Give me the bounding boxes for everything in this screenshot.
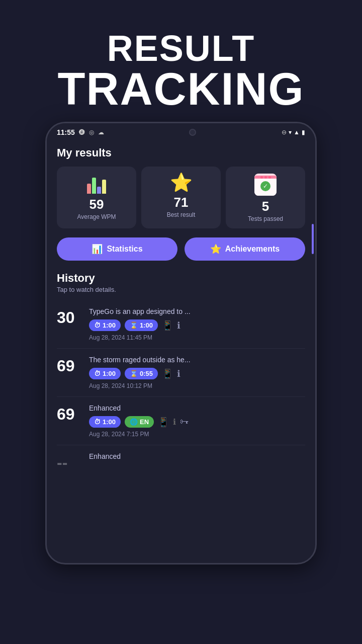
history-subtitle: Tap to watch details. <box>57 286 305 293</box>
stat-card-tests-passed: ✓ 5 Tests passed <box>226 167 305 228</box>
action-buttons: 📊 Statistics ⭐ Achievements <box>57 237 305 261</box>
hero-section: RESULT TRACKING <box>0 0 362 122</box>
status-right-icons: ⊖ ▾ ▲ ▮ <box>282 129 305 136</box>
achievements-button[interactable]: ⭐ Achievements <box>185 237 305 261</box>
history-wpm: -- <box>57 452 82 472</box>
best-result-number: 71 <box>174 195 189 210</box>
stats-row: 59 Average WPM ⭐ 71 Best result <box>57 167 305 228</box>
clock-icon: ⏱ <box>94 321 101 329</box>
mode-tag: ⌛ 1:00 <box>125 319 158 331</box>
history-item-details: The storm raged outside as he... ⏱ 1:00 … <box>89 356 305 389</box>
status-dnd-icon: ⊖ <box>282 129 287 136</box>
hero-title-line1: RESULT <box>20 30 342 66</box>
average-wpm-label: Average WPM <box>77 213 116 220</box>
device-icon: 📱 <box>162 320 173 331</box>
info-icon-disabled: ℹ <box>173 417 176 427</box>
mode-tag: ⌛ 0:55 <box>125 368 158 379</box>
history-wpm: 30 <box>57 307 82 327</box>
hourglass-icon: ⌛ <box>130 370 138 377</box>
star-icon: ⭐ <box>170 174 193 192</box>
statistics-button[interactable]: 📊 Statistics <box>57 237 177 261</box>
history-title: History <box>57 272 305 285</box>
history-item[interactable]: 69 Enhanced ⏱ 1:00 🌐 EN 📱 ℹ 🗝 Aug 28, 20… <box>57 397 305 445</box>
scroll-indicator <box>312 224 314 254</box>
average-wpm-number: 59 <box>89 197 104 212</box>
info-icon: ℹ <box>177 320 180 331</box>
tests-passed-label: Tests passed <box>248 215 283 222</box>
history-wpm: 69 <box>57 404 82 424</box>
camera-notch <box>189 129 196 136</box>
history-item-details: Enhanced <box>89 452 305 464</box>
status-battery-icon: ▮ <box>302 129 305 136</box>
history-text-preview: Enhanced <box>89 404 305 412</box>
history-text-preview: The storm raged outside as he... <box>89 356 305 364</box>
time-tag: ⏱ 1:00 <box>89 319 121 331</box>
clock-icon: ⏱ <box>94 370 101 377</box>
history-date: Aug 28, 2024 10:12 PM <box>89 382 305 389</box>
time-tag: ⏱ 1:00 <box>89 416 121 428</box>
status-icon-location: ◎ <box>89 129 94 136</box>
done-check-icon: ✓ <box>260 181 270 191</box>
status-icon-cloud: ☁ <box>98 129 104 136</box>
phone-frame: 11:55 🅐 ◎ ☁ ⊖ ▾ ▲ ▮ My results <box>45 122 317 565</box>
bar-chart-icon <box>87 174 106 194</box>
globe-icon: 🌐 <box>130 418 138 426</box>
history-text-preview: Enhanced <box>89 452 305 460</box>
time-tag: ⏱ 1:00 <box>89 368 121 379</box>
device-icon: 📱 <box>158 417 169 428</box>
history-item-details: TypeGo is an app designed to ... ⏱ 1:00 … <box>89 307 305 341</box>
best-result-label: Best result <box>167 211 196 218</box>
hero-title-line2: TRACKING <box>20 66 342 112</box>
history-item[interactable]: -- Enhanced <box>57 445 305 479</box>
status-wifi-icon: ▾ <box>289 129 292 136</box>
achievements-label: Achievements <box>225 245 280 254</box>
tests-passed-number: 5 <box>262 199 269 214</box>
status-bar: 11:55 🅐 ◎ ☁ ⊖ ▾ ▲ ▮ <box>47 123 315 141</box>
info-icon: ℹ <box>177 368 180 379</box>
achievements-icon: ⭐ <box>210 244 221 255</box>
status-icon-a: 🅐 <box>79 129 85 136</box>
lang-tag: 🌐 EN <box>125 416 154 428</box>
statistics-icon: 📊 <box>92 244 103 255</box>
done-card-icon: ✓ <box>254 174 277 196</box>
history-item[interactable]: 30 TypeGo is an app designed to ... ⏱ 1:… <box>57 300 305 349</box>
history-date: Aug 28, 2024 11:45 PM <box>89 334 305 341</box>
history-wpm: 69 <box>57 356 82 375</box>
stat-card-average-wpm: 59 Average WPM <box>57 167 136 228</box>
history-tags: ⏱ 1:00 ⌛ 0:55 📱 ℹ <box>89 368 305 379</box>
device-icon: 📱 <box>162 368 173 379</box>
hourglass-icon: ⌛ <box>130 321 138 329</box>
history-item-details: Enhanced ⏱ 1:00 🌐 EN 📱 ℹ 🗝 Aug 28, 2024 … <box>89 404 305 438</box>
history-text-preview: TypeGo is an app designed to ... <box>89 307 305 315</box>
stat-card-best-result: ⭐ 71 Best result <box>141 167 221 228</box>
history-tags: ⏱ 1:00 ⌛ 1:00 📱 ℹ <box>89 319 305 331</box>
my-results-title: My results <box>57 146 305 159</box>
history-item[interactable]: 69 The storm raged outside as he... ⏱ 1:… <box>57 349 305 397</box>
clock-icon: ⏱ <box>94 418 101 426</box>
history-tags: ⏱ 1:00 🌐 EN 📱 ℹ 🗝 <box>89 416 305 428</box>
phone-content: My results 59 Average WPM ⭐ 71 Best resu… <box>47 141 315 565</box>
status-signal-icon: ▲ <box>294 129 300 136</box>
history-date: Aug 28, 2024 7:15 PM <box>89 431 305 438</box>
key-icon: 🗝 <box>180 417 189 427</box>
statistics-label: Statistics <box>107 245 142 254</box>
status-time: 11:55 <box>57 128 75 136</box>
